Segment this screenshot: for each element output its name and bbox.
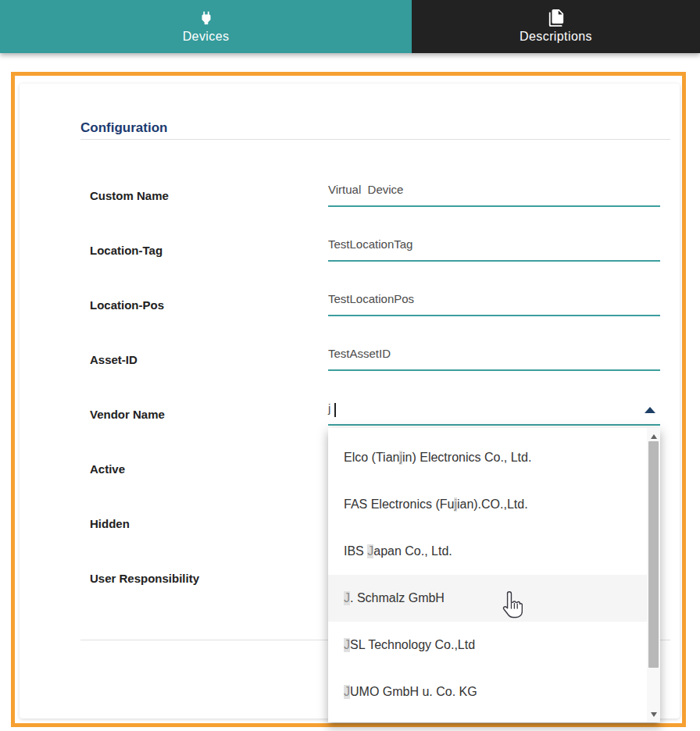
item-text: FAS Electronics (Fu	[344, 497, 454, 512]
vendor-name-label: Vendor Name	[90, 408, 165, 421]
match-highlight: J	[344, 591, 350, 605]
match-highlight: J	[367, 544, 373, 558]
location-tag-input[interactable]: TestLocationTag	[328, 235, 660, 262]
tab-descriptions-label: Descriptions	[520, 30, 592, 44]
text-caret	[334, 403, 336, 417]
item-text: UMO GmbH u. Co. KG	[350, 685, 477, 699]
item-text: IBS	[344, 544, 367, 558]
tab-devices-label: Devices	[183, 30, 230, 44]
asset-id-value: TestAssetID	[328, 347, 391, 360]
item-text: apan Co., Ltd.	[373, 544, 452, 558]
dropdown-item-fas[interactable]: FAS Electronics (Fujian).CO.,Ltd.	[328, 481, 660, 528]
match-highlight: J	[344, 685, 350, 699]
item-text: ian).CO.,Ltd.	[457, 497, 528, 512]
tab-descriptions[interactable]: Descriptions	[412, 0, 700, 53]
custom-name-input[interactable]: Virtual Device	[328, 180, 660, 207]
dropdown-item-ibs[interactable]: IBS Japan Co., Ltd.	[328, 528, 660, 575]
asset-id-label: Asset-ID	[90, 353, 138, 366]
chevron-up-icon[interactable]	[645, 407, 655, 413]
dropdown-item-jumo[interactable]: JUMO GmbH u. Co. KG	[328, 669, 660, 715]
item-text: in) Electronics Co., Ltd.	[402, 451, 531, 465]
item-text: SL Technology Co.,Ltd	[350, 638, 475, 652]
item-text: Elco (Tian	[344, 451, 399, 465]
asset-id-input[interactable]: TestAssetID	[328, 344, 660, 371]
active-label: Active	[90, 462, 125, 476]
hidden-label: Hidden	[90, 517, 130, 530]
divider	[80, 139, 670, 140]
documents-icon	[548, 9, 565, 27]
location-tag-label: Location-Tag	[90, 244, 162, 257]
page-title: Configuration	[80, 120, 167, 136]
dropdown-item-elco[interactable]: Elco (Tianjin) Electronics Co., Ltd.	[328, 434, 660, 481]
top-tab-bar: Devices Descriptions	[0, 0, 700, 53]
match-highlight: J	[344, 638, 350, 652]
scroll-down-arrow-icon[interactable]	[647, 708, 660, 721]
custom-name-value: Virtual Device	[328, 183, 403, 196]
location-pos-value: TestLocationPos	[328, 292, 414, 305]
vendor-name-input[interactable]: j	[328, 399, 660, 426]
item-text: . Schmalz GmbH	[350, 591, 445, 605]
dropdown-scrollbar[interactable]	[647, 428, 660, 722]
dropdown-item-jsl[interactable]: JSL Technology Co.,Ltd	[328, 622, 660, 669]
location-pos-input[interactable]: TestLocationPos	[328, 290, 660, 316]
dropdown-item-schmalz[interactable]: J. Schmalz GmbH	[328, 575, 660, 622]
tab-devices[interactable]: Devices	[0, 0, 412, 53]
scrollbar-thumb[interactable]	[648, 441, 659, 668]
custom-name-label: Custom Name	[90, 189, 169, 202]
location-tag-value: TestLocationTag	[328, 237, 412, 251]
location-pos-label: Location-Pos	[90, 298, 164, 312]
vendor-name-value: j	[328, 401, 330, 415]
vendor-dropdown-menu: Elco (Tianjin) Electronics Co., Ltd. FAS…	[328, 428, 660, 722]
user-responsibility-label: User Responsibility	[90, 572, 199, 585]
power-plug-icon	[198, 9, 215, 27]
